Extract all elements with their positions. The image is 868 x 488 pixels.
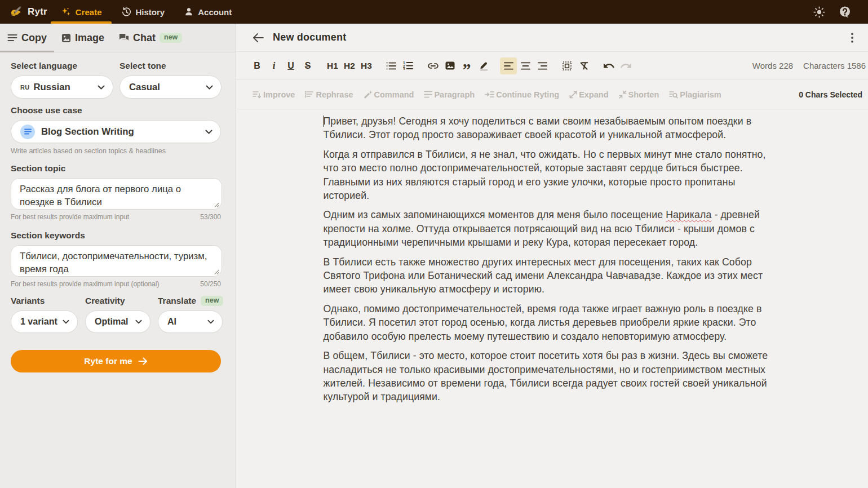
help-icon[interactable]	[839, 6, 851, 18]
bold-button[interactable]: B	[249, 57, 265, 74]
insert-image-button[interactable]	[441, 57, 458, 74]
chat-new-badge: new	[160, 33, 182, 43]
rephrase-icon	[305, 91, 314, 99]
history-clock-icon	[121, 7, 132, 17]
word-count: Words 228	[752, 61, 793, 70]
format-toolbar: B i U S H1 H2 H3 1 2	[236, 52, 868, 80]
rytr-hand-icon	[10, 6, 23, 17]
tab-chat[interactable]: Chat new	[112, 24, 189, 52]
nav-account[interactable]: Account	[174, 0, 241, 24]
nav-create-label: Create	[76, 7, 102, 17]
document-panel: New document B i U S H1 H2 H3	[236, 24, 868, 488]
command-button[interactable]: Command	[358, 86, 419, 104]
translate-value: AI	[167, 317, 176, 327]
plagiarism-button[interactable]: Plagiarism	[664, 86, 726, 104]
arrow-right-icon	[138, 357, 148, 365]
bullet-list-icon	[386, 62, 396, 70]
use-case-label: Choose use case	[11, 105, 221, 116]
continue-ryting-button[interactable]: Continue Ryting	[480, 86, 564, 104]
sparkles-icon	[60, 6, 72, 17]
rephrase-button[interactable]: Rephrase	[300, 86, 358, 104]
use-case-select[interactable]: Blog Section Writing	[11, 120, 221, 143]
tab-image-label: Image	[75, 32, 104, 44]
shorten-arrows-icon	[619, 91, 627, 99]
bullet-list-button[interactable]	[383, 57, 400, 74]
align-right-button[interactable]	[534, 57, 551, 74]
misspelled-word: Нарикала	[666, 209, 711, 220]
use-case-blog-icon	[20, 125, 35, 139]
clear-format-icon	[579, 61, 589, 70]
align-right-icon	[538, 62, 547, 70]
tone-select[interactable]: Casual	[119, 76, 222, 99]
doc-paragraph[interactable]: В общем, Тбилиси - это место, которое ст…	[324, 349, 781, 404]
chevron-down-icon	[207, 320, 214, 324]
align-center-button[interactable]	[517, 57, 534, 74]
brand-name: Rytr	[28, 6, 47, 17]
variants-select[interactable]: 1 variant	[11, 310, 78, 333]
align-left-icon	[504, 62, 513, 70]
expand-arrows-icon	[569, 91, 577, 99]
doc-paragraph[interactable]: Когда я отправился в Тбилиси, я не знал,…	[324, 148, 781, 203]
document-body[interactable]: Привет, друзья! Сегодня я хочу поделитьс…	[324, 109, 781, 488]
language-prefix: RU	[20, 84, 30, 91]
sidebar: Copy Image	[0, 24, 236, 488]
kebab-menu-icon[interactable]	[844, 30, 860, 46]
redo-button[interactable]	[617, 57, 634, 74]
ryte-for-me-label: Ryte for me	[84, 356, 132, 366]
align-left-button[interactable]	[500, 57, 517, 74]
highlight-button[interactable]	[475, 57, 492, 74]
italic-button[interactable]: i	[265, 57, 282, 74]
strikethrough-button[interactable]: S	[299, 57, 316, 74]
text-cursor	[323, 116, 324, 127]
language-label: Select language	[11, 61, 113, 71]
underline-button[interactable]: U	[282, 57, 299, 74]
topic-label: Section topic	[11, 163, 221, 174]
sidebar-form: Select language RU Russian Select tone C…	[0, 52, 236, 372]
clear-format-button[interactable]	[575, 57, 592, 74]
theme-toggle-sun-icon[interactable]	[813, 6, 825, 18]
h1-button[interactable]: H1	[324, 57, 341, 74]
improve-button[interactable]: Improve	[247, 86, 300, 104]
doc-paragraph[interactable]: Однако, помимо достопримечательностей, в…	[324, 302, 781, 343]
creativity-select[interactable]: Optimal	[85, 310, 150, 333]
nav-create[interactable]: Create	[51, 0, 112, 24]
undo-button[interactable]	[600, 57, 617, 74]
use-case-helper: Write articles based on section topics &…	[11, 147, 221, 155]
select-all-icon	[563, 61, 572, 70]
chat-bubbles-icon	[119, 33, 129, 43]
keywords-textarea[interactable]: Тбилиси, достопримечательности, туризм, …	[11, 245, 222, 277]
selection-status: 0 Chars Selected	[799, 90, 862, 99]
image-icon	[445, 61, 455, 70]
ryte-for-me-button[interactable]: Ryte for me	[11, 350, 221, 372]
magic-wand-icon	[364, 90, 373, 99]
doc-paragraph[interactable]: Привет, друзья! Сегодня я хочу поделитьс…	[324, 114, 781, 142]
blockquote-button[interactable]: ”	[458, 57, 475, 74]
rytr-logo[interactable]: Rytr	[10, 6, 47, 17]
improve-icon	[253, 91, 262, 99]
translate-select[interactable]: AI	[158, 310, 223, 333]
plagiarism-search-icon	[669, 91, 678, 99]
ordered-list-button[interactable]: 1 2 3	[400, 57, 417, 74]
tab-image[interactable]: Image	[54, 24, 112, 52]
language-select[interactable]: RU Russian	[11, 76, 113, 99]
back-arrow-icon[interactable]	[251, 30, 265, 45]
chevron-down-icon	[135, 320, 142, 324]
nav-history[interactable]: History	[112, 0, 175, 24]
char-count: Characters 1586	[803, 61, 866, 70]
topic-textarea[interactable]: Рассказ для блога от первого лица о поез…	[11, 178, 222, 210]
translate-new-badge: new	[201, 296, 223, 306]
h3-button[interactable]: H3	[358, 57, 375, 74]
expand-button[interactable]: Expand	[564, 86, 613, 104]
doc-paragraph[interactable]: В Тбилиси есть также множество других ин…	[324, 255, 781, 296]
doc-paragraph[interactable]: Одним из самых запоминающихся моментов д…	[324, 208, 781, 249]
paragraph-button[interactable]: Paragraph	[419, 86, 480, 104]
nav-history-label: History	[136, 7, 165, 17]
tone-label: Select tone	[119, 61, 222, 71]
h2-button[interactable]: H2	[341, 57, 358, 74]
tab-copy[interactable]: Copy	[0, 24, 54, 52]
editor-area[interactable]: Привет, друзья! Сегодня я хочу поделитьс…	[236, 109, 868, 488]
select-all-button[interactable]	[559, 57, 575, 74]
link-button[interactable]	[424, 57, 441, 74]
keywords-helper: For best results provide maximum input (…	[11, 280, 159, 288]
shorten-button[interactable]: Shorten	[614, 86, 665, 104]
